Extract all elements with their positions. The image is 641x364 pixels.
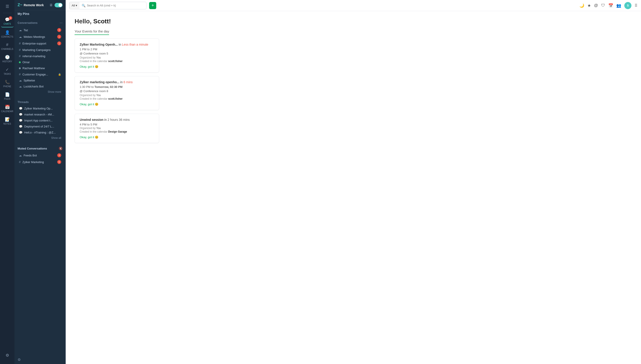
event-card-3: Unwind session in 2 hours 36 mins 4 PM t… bbox=[74, 114, 159, 143]
contacts-top-icon[interactable]: 👥 bbox=[616, 3, 621, 8]
thread-item-4[interactable]: 💬 Deployment of 24/7 L... bbox=[16, 124, 64, 130]
muted-section-header: Muted Conversations 🔇 bbox=[14, 146, 66, 151]
sidebar-item-chats[interactable]: 💬 CHATS 3 bbox=[1, 15, 14, 27]
threads-title: Threads bbox=[18, 100, 29, 104]
monitor-icon[interactable]: 🖥 bbox=[49, 3, 53, 7]
sidebar-item-channels[interactable]: # CHANNELS bbox=[1, 41, 14, 52]
event-name-1: Zylker Marketing Openh... bbox=[80, 43, 118, 46]
tasks-label: TASKS bbox=[4, 73, 11, 75]
threads-section-header: Threads bbox=[14, 100, 66, 104]
bot-icon-lucidcharts: ☁ bbox=[19, 85, 22, 88]
event-organizer-3: Organized by You bbox=[80, 126, 154, 130]
calendar-top-icon[interactable]: 📅 bbox=[608, 3, 613, 8]
conv-name-taz: Taz bbox=[24, 28, 56, 32]
conv-item-splitwise[interactable]: ☁ Splitwise bbox=[16, 78, 64, 84]
event-location-2: @ Conference room 8 bbox=[80, 90, 154, 93]
conv-item-marketing[interactable]: # Marketing Campaigns bbox=[16, 47, 64, 53]
event-action-1[interactable]: Okay, got it 😊 bbox=[80, 65, 154, 68]
conv-name-marketing: Marketing Campaigns bbox=[22, 48, 61, 52]
sidebar-item-calendar[interactable]: 📅 CALENDAR bbox=[1, 103, 14, 114]
sidebar-item-notes[interactable]: 📝 NOTES bbox=[1, 115, 14, 127]
notes-label: NOTES bbox=[3, 122, 11, 125]
workspace-name: Remote Work bbox=[24, 3, 44, 7]
phone-label: PHONE bbox=[3, 85, 11, 88]
sidebar-header: Z~ Remote Work 🖥 bbox=[14, 0, 66, 10]
sidebar-item-files[interactable]: 📄 FILES bbox=[1, 90, 14, 102]
conv-name-rachael: Rachael Matthew bbox=[22, 66, 61, 70]
conv-item-taz[interactable]: ☁ Taz 3 bbox=[16, 27, 64, 33]
event-time-highlight-1: Less than a minute bbox=[122, 43, 148, 46]
user-avatar[interactable]: S bbox=[624, 2, 632, 9]
icon-bar-bottom: ⚙ bbox=[1, 351, 14, 362]
conv-item-rachael[interactable]: Rachael Matthew bbox=[16, 65, 64, 71]
thread-item-2[interactable]: 💬 market research - #M... bbox=[16, 112, 64, 118]
my-pins-label: My Pins bbox=[14, 10, 66, 17]
event-action-2[interactable]: Okay, got it 😊 bbox=[80, 102, 154, 106]
conv-item-zylker-mktg[interactable]: # Zylker Marketing 6 bbox=[16, 159, 64, 165]
thread-name-5: Hell;o - #Training : @Z... bbox=[24, 131, 61, 134]
show-more-button[interactable]: Show more bbox=[16, 90, 64, 94]
conv-item-customer-engage[interactable]: # Customer Engage... 🔒 bbox=[16, 71, 64, 78]
event-time-range-1: 1 PM to 2 PM bbox=[80, 48, 154, 51]
nav-items: ☰ 💬 CHATS 3 👤 CONTACTS # CHANNELS 🕐 HIST… bbox=[1, 2, 14, 351]
event-action-3[interactable]: Okay, got it 😊 bbox=[80, 136, 154, 139]
thread-item-1[interactable]: 💬 Zylker Marketing Op... bbox=[16, 106, 64, 112]
greeting-heading: Hello, Scott! bbox=[74, 18, 632, 25]
threads-section: Threads 💬 Zylker Marketing Op... 💬 marke… bbox=[14, 97, 66, 143]
hamburger-button[interactable]: ☰ bbox=[4, 2, 11, 11]
event-calendar-1: Created in the calendar scott.fisher bbox=[80, 60, 154, 63]
settings-gear-icon[interactable]: ⚙ bbox=[18, 358, 21, 362]
conv-item-lucidcharts[interactable]: ☁ Lucidcharts Bot bbox=[16, 84, 64, 90]
search-filter-label: All bbox=[72, 4, 75, 7]
sidebar-item-phone[interactable]: 📞 PHONE bbox=[1, 78, 14, 90]
thread-name-3: Import App content t... bbox=[24, 119, 61, 122]
event-name-2: Zylker marketing openho... bbox=[80, 80, 119, 84]
muted-section: Muted Conversations 🔇 ☁ Feeds Bot 4 # Zy… bbox=[14, 143, 66, 168]
top-bar-right: 🌙 ★ @ 🛡 📅 👥 S ⠿ bbox=[579, 2, 638, 9]
thread-icon-3: 💬 bbox=[19, 119, 22, 122]
conv-item-webex[interactable]: ☁ Webex Meetings 1 bbox=[16, 33, 64, 40]
event-card-1: Zylker Marketing Openh... in Less than a… bbox=[74, 38, 159, 72]
event-time-highlight-3: 2 hours 36 mins bbox=[108, 118, 130, 122]
search-filter-dropdown[interactable]: All ▾ bbox=[70, 2, 80, 9]
conv-item-feeds[interactable]: ☁ Feeds Bot 4 bbox=[16, 152, 64, 159]
sidebar-item-contacts[interactable]: 👤 CONTACTS bbox=[1, 28, 14, 40]
settings-nav-item[interactable]: ⚙ bbox=[1, 351, 14, 360]
search-input[interactable] bbox=[87, 4, 144, 7]
channels-icon: # bbox=[6, 42, 8, 47]
favorites-icon[interactable]: ★ bbox=[587, 3, 591, 8]
search-input-area: 🔍 bbox=[80, 4, 146, 7]
conversations-section: Conversations ··· ☁ Taz 3 ☁ Webex Meetin… bbox=[14, 17, 66, 97]
conv-item-enterprise[interactable]: # Enterprise-support 1 bbox=[16, 40, 64, 47]
chats-badge: 3 bbox=[9, 16, 12, 20]
conv-badge-taz: 3 bbox=[57, 28, 61, 32]
tasks-icon: ✓ bbox=[6, 67, 9, 72]
conv-name-customer: Customer Engage... bbox=[22, 73, 56, 76]
show-all-threads-button[interactable]: Show all bbox=[16, 136, 64, 140]
history-icon: 🕐 bbox=[5, 55, 10, 60]
conv-item-referral[interactable]: # referral-marketing bbox=[16, 53, 64, 59]
conv-name-feeds: Feeds Bot bbox=[24, 154, 56, 157]
event-name-3: Unwind session bbox=[80, 118, 104, 122]
sidebar-item-tasks[interactable]: ✓ TASKS bbox=[1, 66, 14, 77]
channel-icon-referral: # bbox=[19, 54, 21, 58]
conversations-title: Conversations bbox=[18, 21, 38, 24]
phone-icon: 📞 bbox=[5, 80, 10, 84]
thread-item-5[interactable]: 💬 Hell;o - #Training : @Z... bbox=[16, 130, 64, 136]
conv-name-lucidcharts: Lucidcharts Bot bbox=[24, 85, 61, 88]
mentions-icon[interactable]: @ bbox=[594, 3, 598, 8]
add-button[interactable]: + bbox=[149, 2, 156, 9]
channels-label: CHANNELS bbox=[1, 48, 13, 50]
apps-grid-icon[interactable]: ⠿ bbox=[634, 3, 638, 8]
muted-title: Muted Conversations bbox=[18, 147, 47, 150]
sidebar-item-history[interactable]: 🕐 HISTORY bbox=[1, 53, 14, 64]
conv-badge-zylker-mktg: 6 bbox=[57, 160, 61, 164]
do-not-disturb-icon[interactable]: 🌙 bbox=[579, 3, 584, 8]
conversations-more-button[interactable]: ··· bbox=[60, 21, 62, 25]
shield-icon[interactable]: 🛡 bbox=[601, 3, 605, 8]
event-start-2: 1:30 PM bbox=[80, 85, 90, 88]
thread-item-3[interactable]: 💬 Import App content t... bbox=[16, 118, 64, 124]
event-time-highlight-2: 6 mins bbox=[124, 80, 133, 84]
status-toggle[interactable] bbox=[54, 3, 62, 7]
conv-item-omar[interactable]: Omar bbox=[16, 59, 64, 65]
